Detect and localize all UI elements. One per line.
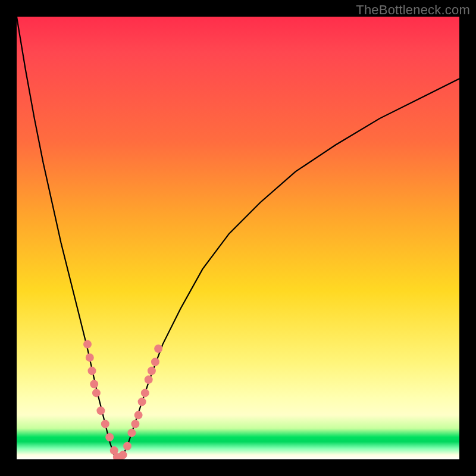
marker-dot — [96, 406, 105, 415]
watermark-text: TheBottleneck.com — [356, 2, 470, 18]
marker-dot — [145, 375, 153, 384]
marker-dot — [138, 397, 146, 406]
bottleneck-curve-path — [17, 17, 459, 459]
marker-dot — [101, 420, 109, 428]
marker-dot — [90, 380, 98, 389]
plot-area — [17, 17, 459, 459]
curve-group — [17, 17, 459, 459]
markers-group — [83, 340, 162, 459]
marker-dot — [123, 442, 131, 450]
marker-dot — [151, 358, 159, 366]
marker-dot — [154, 345, 162, 353]
marker-dot — [92, 389, 101, 397]
chart-frame: TheBottleneck.com — [0, 0, 476, 476]
marker-dot — [131, 420, 139, 428]
marker-dot — [127, 428, 136, 437]
marker-dot — [141, 389, 149, 397]
marker-dot — [119, 451, 127, 459]
marker-dot — [134, 411, 143, 419]
marker-dot — [86, 353, 94, 362]
chart-svg — [17, 17, 459, 459]
marker-dot — [105, 433, 114, 441]
marker-dot — [88, 367, 96, 375]
marker-dot — [83, 340, 92, 349]
marker-dot — [148, 367, 156, 375]
